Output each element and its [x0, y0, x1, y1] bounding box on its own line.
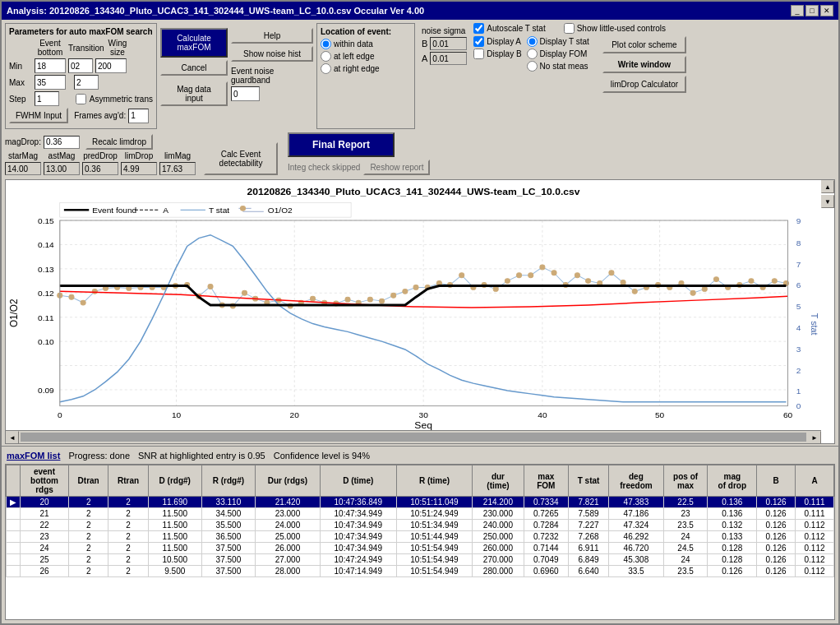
close-button[interactable]: ✕: [820, 5, 833, 16]
step-input[interactable]: [35, 91, 59, 106]
astmag-input[interactable]: [44, 162, 80, 175]
table-cell: 10:47:36.849: [320, 497, 396, 508]
show-little-checkbox[interactable]: [564, 23, 575, 34]
table-cell: 2: [69, 543, 108, 554]
display-a-checkbox[interactable]: [473, 36, 484, 47]
svg-point-95: [517, 273, 522, 278]
reshow-button[interactable]: Reshow report: [363, 160, 430, 175]
table-cell: 27.000: [255, 554, 320, 566]
limmag-input[interactable]: [159, 162, 196, 175]
table-row[interactable]: 232211.50036.50025.00010:47:34.94910:51:…: [7, 531, 834, 543]
table-cell: 0.7144: [524, 543, 568, 554]
guardband-input[interactable]: [231, 86, 260, 101]
magdrop-input[interactable]: [44, 136, 80, 149]
maximize-button[interactable]: □: [805, 5, 819, 16]
calc-event-button[interactable]: Calc Eventdetectability: [204, 142, 278, 175]
final-report-button[interactable]: Final Report: [288, 132, 395, 157]
display-t-radio[interactable]: [527, 36, 538, 47]
help-button[interactable]: Help: [231, 28, 313, 44]
max2-input[interactable]: [74, 75, 99, 90]
left-edge-radio[interactable]: [321, 51, 331, 62]
cancel-button[interactable]: Cancel: [160, 60, 228, 76]
svg-point-110: [690, 290, 695, 295]
limdrop-button[interactable]: limDrop Calculator: [602, 76, 686, 93]
svg-point-77: [310, 296, 315, 301]
progress-text: Progress: done: [68, 451, 130, 461]
min-label: Min: [9, 62, 32, 71]
window-controls: _ □ ✕: [791, 5, 833, 16]
svg-text:0: 0: [796, 402, 801, 411]
table-cell: 11.500: [148, 543, 201, 554]
b-input[interactable]: [430, 37, 467, 50]
integ-row: Integ check skipped Reshow report: [288, 160, 430, 175]
table-cell: 10:47:24.949: [320, 554, 396, 566]
no-stat-label: No stat meas: [540, 62, 588, 71]
svg-point-10: [240, 206, 245, 211]
svg-text:20: 20: [290, 410, 300, 419]
table-row[interactable]: 242211.50037.50026.00010:47:34.94910:51:…: [7, 543, 834, 554]
max1-input[interactable]: [35, 75, 66, 90]
scroll-thumb-h[interactable]: [21, 433, 806, 442]
no-stat-radio[interactable]: [527, 61, 538, 72]
table-cell: 2: [108, 531, 148, 543]
autoscale-checkbox[interactable]: [473, 23, 484, 34]
table-cell: 6.640: [568, 566, 608, 577]
fwhm-button[interactable]: FWHM Input: [9, 108, 68, 123]
event-noise-label: Event noise: [231, 67, 313, 76]
within-data-radio[interactable]: [321, 39, 331, 49]
header-row: Event bottom Transition Wing size: [9, 39, 153, 57]
display-fom-radio[interactable]: [527, 49, 538, 59]
minimize-button[interactable]: _: [791, 5, 804, 16]
starmag-input[interactable]: [5, 162, 41, 175]
maxfom-tab[interactable]: maxFOM list: [7, 451, 60, 461]
wing-input[interactable]: [95, 58, 127, 73]
right-edge-radio[interactable]: [321, 63, 331, 74]
autoscale-label: Autoscale T stat: [487, 24, 545, 33]
arrow-cell: [7, 566, 21, 577]
table-row[interactable]: 252210.50037.50027.00010:47:24.94910:51:…: [7, 554, 834, 566]
arrow-cell: [7, 554, 21, 566]
scroll-right-arrow[interactable]: ►: [808, 431, 821, 444]
min2-input[interactable]: [68, 58, 93, 73]
noise-sigma-title: noise sigma: [422, 26, 467, 35]
table-cell: 0.111: [796, 508, 834, 520]
svg-point-82: [367, 297, 372, 302]
noise-sigma-panel: noise sigma B A: [418, 23, 470, 129]
mag-data-button[interactable]: Mag data input: [160, 81, 228, 106]
scroll-down-arrow[interactable]: ▼: [821, 195, 834, 208]
min1-input[interactable]: [35, 58, 66, 73]
mag-drop-panel: magDrop: Recalc limdrop starMag astMag p…: [5, 134, 196, 175]
table-cell: 11.500: [148, 531, 201, 543]
table-cell: 0.112: [796, 520, 834, 531]
table-cell: 46.292: [609, 531, 664, 543]
asymmetric-checkbox[interactable]: [76, 94, 86, 104]
calculate-button[interactable]: CalculatemaxFOM: [160, 28, 228, 58]
show-noise-button[interactable]: Show noise hist: [231, 46, 313, 62]
svg-text:0: 0: [58, 410, 62, 419]
frames-input[interactable]: [128, 109, 149, 123]
svg-text:5: 5: [796, 302, 801, 311]
table-cell: 7.268: [568, 531, 608, 543]
table-row[interactable]: 222211.50035.50024.00010:47:34.94910:51:…: [7, 520, 834, 531]
chart-scrollbar-v: ▲ ▼: [821, 180, 834, 443]
preddrop-input[interactable]: [82, 162, 118, 175]
table-row[interactable]: ▶202211.69033.11021.42010:47:36.84910:51…: [7, 497, 834, 508]
scroll-left-arrow[interactable]: ◄: [6, 431, 19, 444]
write-window-button[interactable]: Write window: [602, 56, 686, 73]
table-cell: 0.7284: [524, 520, 568, 531]
frames-label: Frames avg'd:: [74, 111, 126, 120]
table-cell: 23.5: [663, 566, 708, 577]
plot-color-button[interactable]: Plot color scheme: [602, 36, 686, 53]
table-row[interactable]: 212211.50034.50023.00010:47:34.94910:51:…: [7, 508, 834, 520]
table-cell: 230.000: [473, 508, 524, 520]
recalc-button[interactable]: Recalc limdrop: [85, 134, 153, 150]
limdrop-input[interactable]: [121, 162, 157, 175]
a-row: A: [422, 52, 467, 65]
table-row[interactable]: 26229.50037.50028.00010:47:14.94910:51:5…: [7, 566, 834, 577]
display-b-checkbox[interactable]: [473, 49, 484, 59]
svg-text:7: 7: [796, 260, 801, 269]
a-input[interactable]: [430, 52, 467, 65]
right-edge-label: at right edge: [334, 64, 380, 73]
table-container[interactable]: eventbottomrdgs Dtran Rtran D (rdg#) R (…: [5, 464, 835, 620]
scroll-up-arrow[interactable]: ▲: [821, 180, 834, 193]
